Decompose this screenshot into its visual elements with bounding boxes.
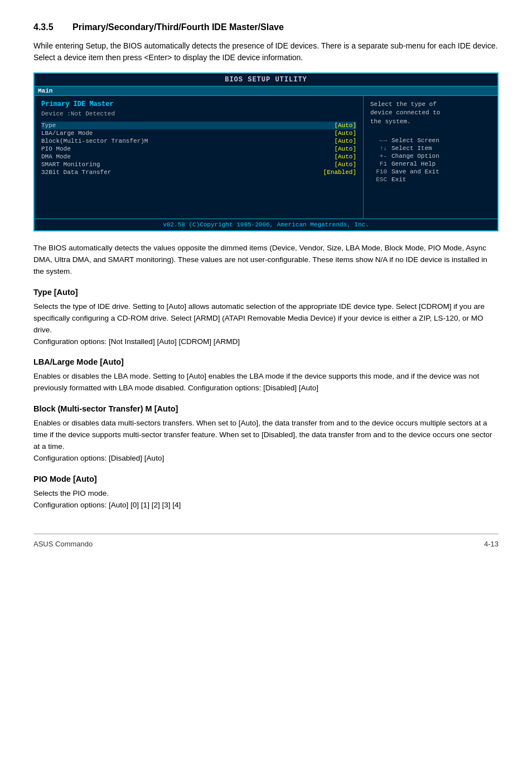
bios-setup-box: BIOS SETUP UTILITY Main Primary IDE Mast… bbox=[33, 72, 499, 231]
bios-left-panel: Primary IDE Master Device :Not Detected … bbox=[35, 96, 364, 219]
bios-item-row: DMA Mode[Auto] bbox=[41, 153, 356, 161]
bios-items-list: Type[Auto]LBA/Large Mode[Auto]Block(Mult… bbox=[41, 122, 356, 176]
bios-nav-key: ESC bbox=[370, 176, 387, 183]
bios-item-value: [Auto] bbox=[334, 146, 356, 152]
bios-item-row: SMART Monitoring[Auto] bbox=[41, 161, 356, 168]
bios-item-row: LBA/Large Mode[Auto] bbox=[41, 129, 356, 137]
footer-page: 4-13 bbox=[484, 540, 499, 548]
intro-paragraph: While entering Setup, the BIOS automatic… bbox=[33, 40, 499, 64]
subsection-text-type-auto: Selects the type of IDE drive. Setting t… bbox=[33, 301, 499, 348]
bios-item-value: [Auto] bbox=[334, 161, 356, 168]
bios-help-text: Select the type ofdevice connected tothe… bbox=[370, 100, 491, 126]
bios-nav-row: +-Change Option bbox=[370, 153, 491, 159]
body-paragraph: The BIOS automatically detects the value… bbox=[33, 243, 499, 278]
subsection-heading-type-auto: Type [Auto] bbox=[33, 288, 499, 297]
bios-nav-key: ←→ bbox=[370, 137, 387, 144]
bios-nav-row: ↑↓Select Item bbox=[370, 145, 491, 152]
subsection-text-block-multi-sector: Enables or disables data multi-sectors t… bbox=[33, 418, 499, 464]
bios-footer: v02.58 (C)Copyright 1985-2006, American … bbox=[35, 219, 497, 230]
bios-nav-desc: Select Item bbox=[391, 145, 432, 152]
bios-nav-section: ←→Select Screen↑↓Select Item+-Change Opt… bbox=[370, 137, 491, 183]
bios-item-label: 32Bit Data Transfer bbox=[41, 169, 111, 176]
bios-item-label: PIO Mode bbox=[41, 146, 71, 152]
bios-item-value: [Auto] bbox=[334, 153, 356, 160]
footer-brand: ASUS Commando bbox=[33, 540, 93, 548]
bios-item-label: SMART Monitoring bbox=[41, 161, 100, 168]
bios-device-line: Device :Not Detected bbox=[41, 110, 356, 117]
subsections-container: Type [Auto]Selects the type of IDE drive… bbox=[33, 288, 499, 511]
bios-right-panel: Select the type ofdevice connected tothe… bbox=[364, 96, 497, 219]
bios-nav-desc: Select Screen bbox=[391, 137, 439, 144]
bios-tab-bar: Main bbox=[35, 86, 497, 96]
subsection-heading-pio-mode: PIO Mode [Auto] bbox=[33, 475, 499, 483]
bios-nav-key: ↑↓ bbox=[370, 145, 387, 152]
bios-nav-key: F10 bbox=[370, 168, 387, 175]
bios-item-row: 32Bit Data Transfer[Enabled] bbox=[41, 168, 356, 176]
bios-item-label: Block(Multi-sector Transfer)M bbox=[41, 138, 148, 144]
bios-section-title: Primary IDE Master bbox=[41, 100, 356, 108]
bios-nav-key: F1 bbox=[370, 161, 387, 167]
subsection-heading-lba-large-mode: LBA/Large Mode [Auto] bbox=[33, 357, 499, 366]
bios-item-value: [Enabled] bbox=[323, 169, 356, 176]
bios-nav-desc: Exit bbox=[391, 176, 406, 183]
section-number: 4.3.5 bbox=[33, 22, 54, 32]
bios-item-row: Block(Multi-sector Transfer)M[Auto] bbox=[41, 137, 356, 145]
bios-nav-desc: General Help bbox=[391, 161, 436, 167]
bios-item-value: [Auto] bbox=[334, 122, 356, 129]
bios-title-bar: BIOS SETUP UTILITY bbox=[35, 74, 497, 86]
bios-item-value: [Auto] bbox=[334, 138, 356, 144]
bios-item-row: Type[Auto] bbox=[41, 122, 356, 129]
page-footer: ASUS Commando 4-13 bbox=[33, 534, 499, 548]
subsection-text-pio-mode: Selects the PIO mode.Configuration optio… bbox=[33, 488, 499, 511]
bios-item-label: LBA/Large Mode bbox=[41, 130, 93, 137]
bios-nav-row: ESCExit bbox=[370, 176, 491, 183]
bios-nav-row: F1General Help bbox=[370, 161, 491, 167]
bios-content: Primary IDE Master Device :Not Detected … bbox=[35, 96, 497, 219]
section-heading: 4.3.5 Primary/Secondary/Third/Fourth IDE… bbox=[33, 22, 499, 32]
bios-item-row: PIO Mode[Auto] bbox=[41, 145, 356, 153]
bios-nav-key: +- bbox=[370, 153, 387, 159]
bios-nav-desc: Save and Exit bbox=[391, 168, 439, 175]
bios-nav-row: ←→Select Screen bbox=[370, 137, 491, 144]
subsection-text-lba-large-mode: Enables or disables the LBA mode. Settin… bbox=[33, 371, 499, 394]
subsection-heading-block-multi-sector: Block (Multi-sector Transfer) M [Auto] bbox=[33, 404, 499, 413]
bios-nav-desc: Change Option bbox=[391, 153, 439, 159]
bios-item-label: DMA Mode bbox=[41, 153, 71, 160]
section-title: Primary/Secondary/Third/Fourth IDE Maste… bbox=[72, 22, 284, 32]
bios-item-label: Type bbox=[41, 122, 56, 129]
bios-item-value: [Auto] bbox=[334, 130, 356, 137]
bios-nav-row: F10Save and Exit bbox=[370, 168, 491, 175]
